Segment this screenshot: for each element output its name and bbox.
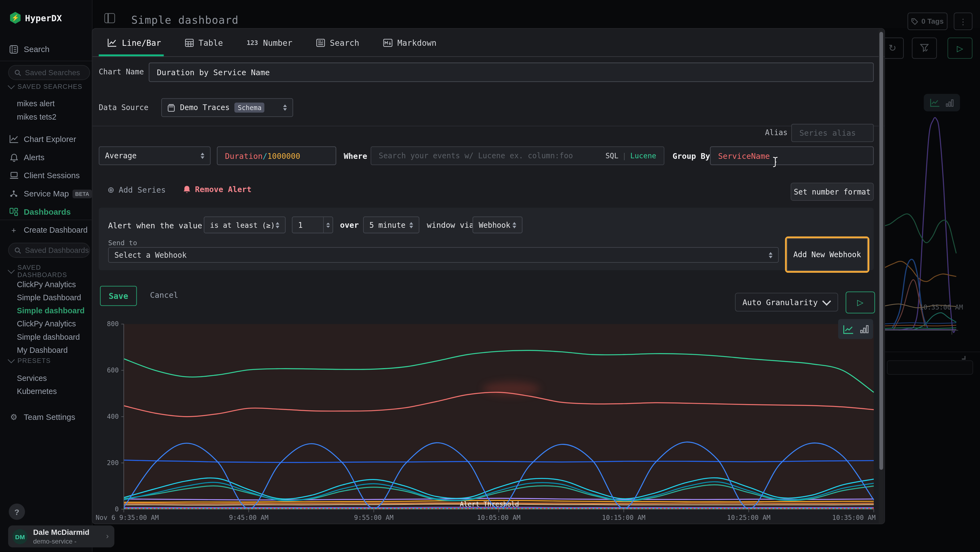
resize-handle-icon[interactable] — [959, 354, 966, 360]
number-123-icon: 123 — [247, 39, 258, 46]
alert-preview-chart[interactable]: Alert Threshold0200400600800Nov 6 9:35:0… — [94, 317, 878, 523]
chevron-down-icon — [822, 297, 831, 305]
tag-icon — [912, 18, 918, 24]
sidebar-item-team-settings[interactable]: ⚙ Team Settings — [0, 408, 92, 426]
laptop-icon — [9, 171, 19, 180]
list-item[interactable]: ClickPy Analytics — [17, 318, 89, 331]
help-button[interactable]: ? — [9, 504, 25, 520]
saved-dashboards-section[interactable]: SAVED DASHBOARDS — [9, 263, 92, 278]
sidebar-item-dashboards[interactable]: Dashboards — [0, 203, 92, 221]
chevron-right-icon: › — [106, 531, 109, 540]
list-item[interactable]: Kubernetes — [17, 385, 89, 398]
list-item[interactable]: Simple Dashboard — [17, 292, 89, 305]
table-icon — [185, 38, 194, 46]
add-new-webhook-highlight: Add New Webhook — [785, 236, 869, 273]
list-item[interactable]: Services — [17, 372, 89, 385]
line-chart-icon[interactable] — [843, 324, 853, 333]
svg-text:10:25:00 AM: 10:25:00 AM — [727, 514, 771, 522]
chart-name-input[interactable]: Duration by Service Name — [149, 63, 873, 82]
stepper-control[interactable] — [323, 217, 332, 233]
tab-search[interactable]: Search — [316, 38, 359, 47]
list-item[interactable]: ClickPy Analytics — [17, 278, 89, 292]
alias-label: Alias — [765, 128, 788, 137]
chevron-updown-icon — [200, 153, 204, 159]
where-input[interactable]: Search your events w/ Lucene ex. column:… — [371, 146, 664, 165]
tab-line-bar[interactable]: Line/Bar — [108, 38, 161, 47]
save-button[interactable]: Save — [100, 286, 137, 306]
chevron-updown-icon — [769, 252, 773, 258]
tab-markdown[interactable]: Markdown — [383, 38, 437, 47]
user-menu[interactable]: DM Dale McDiarmid demo-service - › — [8, 526, 115, 547]
where-label: Where — [344, 152, 367, 161]
database-icon — [167, 104, 175, 112]
alert-window-select[interactable]: 5 minute — [363, 216, 420, 233]
expression-field[interactable]: Duration/1000000 — [217, 146, 336, 165]
background-chart — [885, 88, 980, 338]
search-icon — [14, 69, 21, 76]
alert-via-label: window via — [427, 220, 474, 230]
chevron-down-icon — [8, 82, 15, 89]
schema-badge[interactable]: Schema — [235, 103, 265, 113]
sidebar-item-search[interactable]: Search — [0, 40, 92, 58]
svg-text:10:05:00 AM: 10:05:00 AM — [477, 514, 520, 522]
list-item[interactable]: mikes tets2 — [17, 111, 89, 124]
alert-channel-select[interactable]: Webhook — [473, 216, 523, 233]
alert-prefix: Alert when the value — [108, 221, 202, 230]
sidebar-item-chart-explorer[interactable]: Chart Explorer — [0, 130, 92, 148]
chart-type-toggle[interactable] — [838, 319, 873, 339]
alias-input[interactable]: Series alias — [791, 124, 874, 142]
saved-searches-input[interactable]: Saved Searches — [8, 65, 90, 80]
saved-dashboards-input[interactable]: Saved Dashboards — [8, 243, 90, 258]
bar-chart-icon[interactable] — [860, 325, 869, 333]
remove-alert-button[interactable]: Remove Alert — [183, 185, 251, 194]
alert-threshold-label: Alert Threshold — [460, 501, 519, 508]
brand-logo[interactable]: ⚡ HyperDX — [10, 12, 62, 24]
cancel-button[interactable]: Cancel — [150, 286, 178, 305]
tab-number[interactable]: 123 Number — [247, 38, 293, 47]
data-source-select[interactable]: Demo Traces Schema — [161, 98, 293, 117]
sidebar-collapse-icon[interactable] — [104, 13, 115, 23]
list-item[interactable]: mikes alert — [17, 97, 89, 111]
text-cursor-pointer — [772, 156, 778, 168]
send-to-label: Send to — [108, 239, 137, 247]
list-item[interactable]: Simple dashboard — [17, 305, 89, 318]
background-dashboard-strip: 10:35:00 AM — [885, 28, 980, 524]
scrollbar-thumb[interactable] — [879, 32, 883, 470]
aggregation-select[interactable]: Average — [99, 146, 211, 165]
presets-section[interactable]: PRESETS — [9, 357, 51, 364]
alert-value-input[interactable]: 1 — [292, 216, 333, 233]
run-chart-button[interactable]: ▷ — [846, 292, 875, 313]
tags-button[interactable]: 0 Tags — [908, 13, 948, 30]
create-dashboard-button[interactable]: + Create Dashboard — [0, 223, 92, 237]
svg-text:200: 200 — [107, 459, 119, 467]
avatar: DM — [13, 529, 27, 544]
grid-icon — [9, 207, 19, 216]
sidebar-item-client-sessions[interactable]: Client Sessions — [0, 166, 92, 185]
list-item[interactable]: Simple dashboard — [17, 331, 89, 344]
brand-name: HyperDX — [25, 13, 62, 23]
sidebar-item-alerts[interactable]: Alerts — [0, 148, 92, 166]
sidebar-item-service-map[interactable]: Service MapBETA — [0, 185, 92, 203]
alert-operator-select[interactable]: is at least (≥) — [204, 216, 286, 233]
saved-searches-section[interactable]: SAVED SEARCHES — [9, 83, 83, 90]
svg-text:Nov 6 9:35:00 AM: Nov 6 9:35:00 AM — [95, 514, 159, 522]
background-x-axis-label: 10:35:00 AM — [904, 303, 979, 311]
modal-scrollbar[interactable] — [879, 29, 884, 524]
divider — [885, 351, 980, 352]
query-language-toggle[interactable]: SQL | Lucene — [605, 152, 656, 160]
more-menu-button[interactable]: ⋮ — [954, 13, 973, 30]
list-item[interactable]: My Dashboard — [17, 344, 89, 357]
tab-table[interactable]: Table — [185, 38, 223, 47]
beta-badge: BETA — [73, 189, 92, 198]
add-new-webhook-button[interactable]: Add New Webhook — [787, 238, 867, 271]
group-by-input[interactable]: ServiceName — [710, 146, 874, 165]
search-doc-icon — [9, 45, 19, 53]
gear-icon: ⚙ — [9, 412, 19, 421]
webhook-select[interactable]: Select a Webhook — [108, 247, 779, 263]
svg-text:800: 800 — [107, 320, 119, 328]
set-number-format-button[interactable]: Set number format — [791, 183, 873, 201]
granularity-select[interactable]: Auto Granularity — [735, 293, 838, 311]
add-series-button[interactable]: ⊕ Add Series — [108, 185, 166, 195]
background-panel — [887, 360, 973, 375]
svg-text:9:45:00 AM: 9:45:00 AM — [229, 514, 269, 522]
